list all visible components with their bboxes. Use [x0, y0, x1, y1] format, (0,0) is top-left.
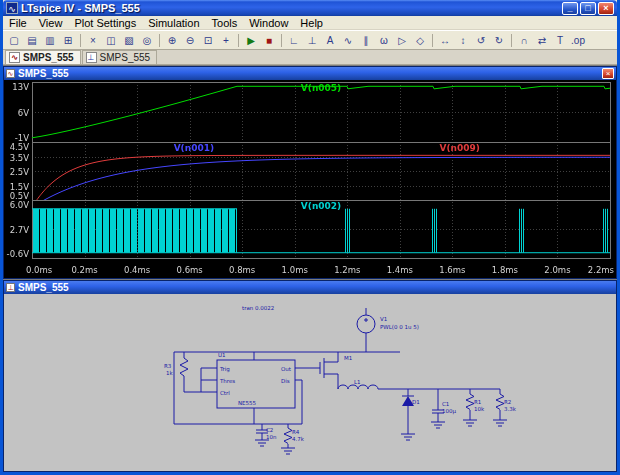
schematic-tab-icon: ⊥ [86, 52, 97, 63]
schematic-label: M1 [344, 355, 352, 361]
schematic-label: R2 [504, 399, 511, 405]
maximize-button[interactable]: □ [580, 2, 596, 15]
waveform-window-title: SMPS_555 [18, 68, 599, 79]
capacitor-icon[interactable]: ∥ [357, 32, 375, 49]
close-button[interactable]: × [598, 2, 614, 15]
zoom-out-icon[interactable]: ⊖ [181, 32, 199, 49]
schematic-label: R1 [474, 399, 481, 405]
voltage-source-symbol [357, 315, 375, 333]
inductor-icon[interactable]: ω [375, 32, 393, 49]
waveform-window-icon: ∿ [6, 69, 15, 78]
tab-waveform[interactable]: ∿SMPS_555 [5, 50, 81, 64]
waveform-tab-icon: ∿ [9, 52, 20, 63]
tab-label: SMPS_555 [100, 52, 151, 63]
schematic-label: 1k [166, 370, 173, 376]
rotate-icon[interactable]: ∩ [515, 32, 533, 49]
menu-simulation[interactable]: Simulation [142, 17, 205, 29]
schematic-label: U1 [218, 352, 226, 358]
save-icon[interactable]: ▥ [41, 32, 59, 49]
find-icon[interactable]: ◎ [138, 32, 156, 49]
ltspice-window: ∿ LTspice IV - SMPS_555 _ □ × FileViewPl… [0, 0, 620, 475]
mdi-area: ∿ SMPS_555 × ⊥ SMPS_555 [3, 65, 617, 472]
menu-tools[interactable]: Tools [206, 17, 244, 29]
schematic-titlebar[interactable]: ⊥ SMPS_555 [4, 281, 616, 294]
drag-icon[interactable]: ↕ [454, 32, 472, 49]
cut-icon[interactable]: × [84, 32, 102, 49]
menu-plot-settings[interactable]: Plot Settings [68, 17, 142, 29]
pan-icon[interactable]: + [217, 32, 235, 49]
tab-label: SMPS_555 [23, 52, 74, 63]
label-icon[interactable]: A [321, 32, 339, 49]
schematic-window: ⊥ SMPS_555 tran 0.0022V1PWL(0 0 1u 5)U1N… [3, 280, 617, 472]
schematic-label: C1 [442, 401, 449, 407]
move-icon[interactable]: ↔ [436, 32, 454, 49]
schematic-label: 3.3k [504, 406, 517, 412]
diode-icon[interactable]: ▷ [393, 32, 411, 49]
schematic-label: 10k [474, 406, 485, 412]
minimize-button[interactable]: _ [562, 2, 578, 15]
window-title: LTspice IV - SMPS_555 [21, 2, 559, 14]
halt-icon[interactable]: ■ [260, 32, 278, 49]
schematic-client: tran 0.0022V1PWL(0 0 1u 5)U1NE555TrigThr… [4, 294, 616, 471]
menu-file[interactable]: File [3, 17, 33, 29]
schematic-label: V1 [380, 316, 387, 322]
schematic-label: R3 [164, 363, 172, 369]
schematic-label: Thres [219, 378, 235, 384]
schematic-label: C2 [266, 427, 273, 433]
tab-schematic[interactable]: ⊥SMPS_555 [82, 50, 158, 64]
schematic-label: D1 [412, 399, 420, 405]
schematic-label: 10n [266, 434, 277, 440]
schematic-label: Trig [219, 366, 230, 373]
new-schematic-icon[interactable]: ▢ [5, 32, 23, 49]
schematic-label: Out [281, 366, 292, 372]
toolbar: ▢▤▥⊞×◫▧◎⊕⊖⊡+▶■∟⊥A∿∥ω▷◇↔↕↺↻∩⇄T.op [3, 30, 617, 50]
waveform-window: ∿ SMPS_555 × [3, 66, 617, 279]
copy-icon[interactable]: ◫ [102, 32, 120, 49]
schematic-label: Dis [281, 378, 290, 384]
spice-directive-icon[interactable]: .op [569, 32, 587, 49]
schematic-window-title: SMPS_555 [18, 282, 614, 293]
menu-view[interactable]: View [33, 17, 69, 29]
resistor-icon[interactable]: ∿ [339, 32, 357, 49]
waveform-plot-area[interactable] [4, 80, 616, 278]
mirror-icon[interactable]: ⇄ [533, 32, 551, 49]
schematic-label: 4.7k [292, 436, 305, 442]
waveform-titlebar[interactable]: ∿ SMPS_555 × [4, 67, 616, 80]
open-file-icon[interactable]: ▤ [23, 32, 41, 49]
ground-icon[interactable]: ⊥ [303, 32, 321, 49]
schematic-label: PWL(0 0 1u 5) [380, 324, 419, 330]
schematic-label: 100µ [442, 408, 456, 415]
schematic-label: Ctrl [220, 390, 230, 396]
text-icon[interactable]: T [551, 32, 569, 49]
menubar: FileViewPlot SettingsSimulationToolsWind… [3, 16, 617, 30]
undo-icon[interactable]: ↺ [472, 32, 490, 49]
redo-icon[interactable]: ↻ [490, 32, 508, 49]
waveform-close-button[interactable]: × [602, 68, 614, 79]
control-panel-icon[interactable]: ⊞ [59, 32, 77, 49]
app-icon: ∿ [6, 2, 18, 14]
zoom-full-icon[interactable]: ⊡ [199, 32, 217, 49]
tabbar: ∿SMPS_555⊥SMPS_555 [3, 50, 617, 65]
menu-help[interactable]: Help [294, 17, 329, 29]
schematic-window-icon: ⊥ [6, 283, 15, 292]
schematic-canvas[interactable]: tran 0.0022V1PWL(0 0 1u 5)U1NE555TrigThr… [4, 294, 616, 471]
schematic-label: L1 [354, 379, 361, 385]
paste-icon[interactable]: ▧ [120, 32, 138, 49]
run-icon[interactable]: ▶ [242, 32, 260, 49]
schematic-label: R4 [292, 429, 300, 435]
titlebar[interactable]: ∿ LTspice IV - SMPS_555 _ □ × [3, 0, 617, 16]
schematic-label: NE555 [238, 400, 257, 406]
component-icon[interactable]: ◇ [411, 32, 429, 49]
zoom-in-icon[interactable]: ⊕ [163, 32, 181, 49]
menu-window[interactable]: Window [243, 17, 294, 29]
schematic-label: tran 0.0022 [242, 305, 274, 311]
inductor-symbol [338, 385, 378, 389]
wire-icon[interactable]: ∟ [285, 32, 303, 49]
